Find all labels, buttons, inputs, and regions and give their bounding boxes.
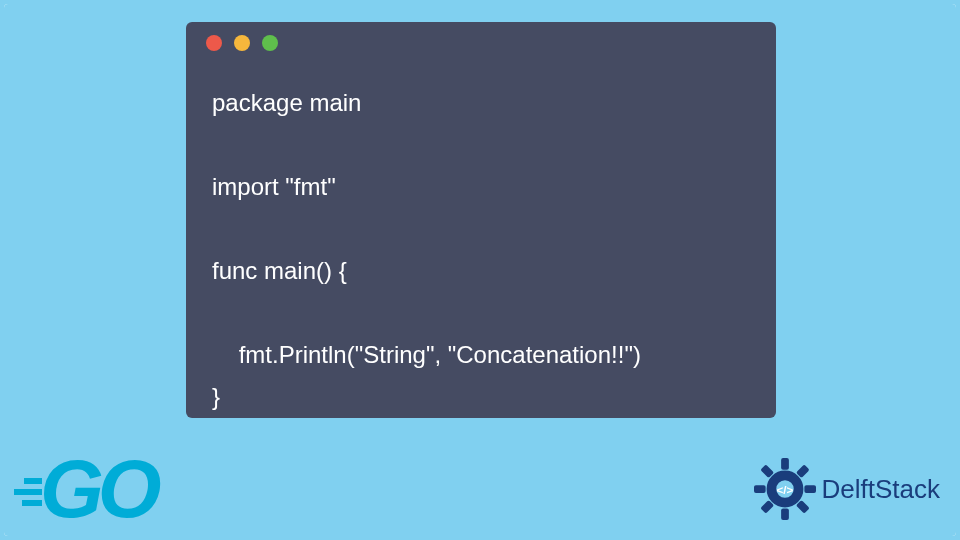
maximize-icon [262,35,278,51]
minimize-icon [234,35,250,51]
go-speed-lines-icon [10,478,42,511]
gear-icon: </> [754,458,816,520]
blue-panel: package main import "fmt" func main() { … [4,4,956,536]
code-block: package main import "fmt" func main() { … [186,64,776,418]
close-icon [206,35,222,51]
svg-rect-3 [754,485,766,493]
delftstack-logo-text: DelftStack [822,474,941,505]
card-container: package main import "fmt" func main() { … [4,4,956,536]
go-logo-text: GO [40,442,156,536]
window-titlebar [186,22,776,64]
go-logo: GO [10,456,185,536]
delftstack-logo: </> DelftStack [754,458,941,520]
svg-text:</>: </> [776,483,793,496]
svg-rect-2 [781,508,789,520]
code-window: package main import "fmt" func main() { … [186,22,776,418]
svg-rect-1 [781,458,789,470]
svg-rect-4 [804,485,816,493]
